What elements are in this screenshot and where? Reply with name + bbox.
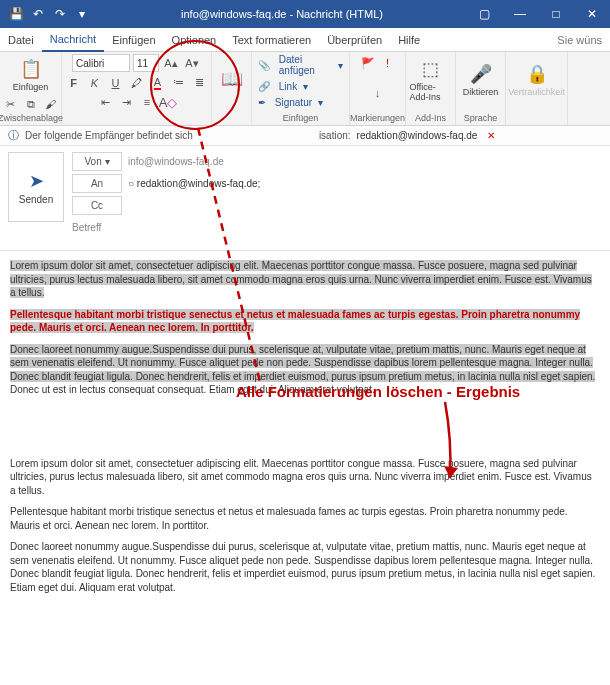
group-include: 📎 Datei anfügen ▾ 🔗 Link ▾ ✒ Signatur ▾ … bbox=[252, 52, 350, 125]
window-buttons: ▢ — □ ✕ bbox=[466, 0, 610, 28]
tab-nachricht[interactable]: Nachricht bbox=[42, 28, 104, 52]
from-value: info@windows-faq.de bbox=[128, 156, 602, 167]
annotation-text: Alle Formatierungen löschen - Ergebnis bbox=[236, 383, 520, 400]
group-basic-text: Calibri 11 A▴ A▾ F K U 🖍 A ≔ ≣ ⇤ ⇥ ≡ A◇ bbox=[62, 52, 212, 125]
tab-hilfe[interactable]: Hilfe bbox=[390, 28, 428, 51]
copy-icon[interactable]: ⧉ bbox=[22, 95, 40, 113]
tab-optionen[interactable]: Optionen bbox=[164, 28, 225, 51]
align-icon[interactable]: ≡ bbox=[138, 93, 156, 111]
format-painter-icon[interactable]: 🖌 bbox=[42, 95, 60, 113]
body-p5: Pellentesque habitant morbi tristique se… bbox=[10, 505, 600, 532]
font-name-combo[interactable]: Calibri bbox=[72, 54, 130, 72]
signature-button[interactable]: ✒ Signatur ▾ bbox=[258, 97, 323, 108]
low-importance-icon[interactable]: ↓ bbox=[369, 84, 387, 102]
group-clipboard-label: Zwischenablage bbox=[0, 113, 63, 123]
italic-icon[interactable]: K bbox=[86, 74, 104, 92]
numbering-icon[interactable]: ≣ bbox=[191, 74, 209, 92]
ribbon-tabs: Datei Nachricht Einfügen Optionen Text f… bbox=[0, 28, 610, 52]
font-color-icon[interactable]: A bbox=[149, 74, 167, 92]
quick-access-toolbar: 💾 ↶ ↷ ▾ bbox=[0, 4, 98, 24]
sensitivity-button: 🔒 Vertraulichkeit bbox=[516, 54, 558, 106]
to-field[interactable]: ○ redaktion@windows-faq.de; bbox=[128, 178, 602, 189]
decrease-indent-icon[interactable]: ⇤ bbox=[96, 93, 114, 111]
group-addins-label: Add-Ins bbox=[415, 113, 446, 123]
external-suffix: isation: bbox=[319, 130, 351, 141]
group-speech-label: Sprache bbox=[464, 113, 498, 123]
bold-icon[interactable]: F bbox=[65, 74, 83, 92]
info-icon: ⓘ bbox=[8, 128, 19, 143]
external-recipient-bar: ⓘ Der folgende Empfänger befindet sich i… bbox=[0, 126, 610, 146]
link-label: Link bbox=[279, 81, 297, 92]
highlight-icon[interactable]: 🖍 bbox=[128, 74, 146, 92]
undo-icon[interactable]: ↶ bbox=[28, 4, 48, 24]
group-addins: ⬚ Office-Add-Ins Add-Ins bbox=[406, 52, 456, 125]
underline-icon[interactable]: U bbox=[107, 74, 125, 92]
group-names: 📖 bbox=[212, 52, 252, 125]
message-body[interactable]: Lorem ipsum dolor sit amet, consectetuer… bbox=[0, 251, 610, 610]
subject-label: Betreff bbox=[72, 218, 122, 237]
group-sensitivity: 🔒 Vertraulichkeit bbox=[506, 52, 568, 125]
signature-icon: ✒ bbox=[258, 97, 266, 108]
minimize-icon[interactable]: — bbox=[502, 0, 538, 28]
qat-dropdown-icon[interactable]: ▾ bbox=[72, 4, 92, 24]
font-size-combo[interactable]: 11 bbox=[133, 54, 159, 72]
lock-icon: 🔒 bbox=[526, 63, 548, 85]
link-icon: 🔗 bbox=[258, 81, 270, 92]
compose-header: ➤ Senden Von ▾ info@windows-faq.de An ○ … bbox=[0, 146, 610, 251]
paste-label: Einfügen bbox=[13, 82, 49, 92]
group-include-label: Einfügen bbox=[283, 113, 319, 123]
sensitivity-label: Vertraulichkeit bbox=[508, 87, 565, 97]
increase-indent-icon[interactable]: ⇥ bbox=[117, 93, 135, 111]
tell-me[interactable]: Sie wüns bbox=[549, 28, 610, 51]
link-button[interactable]: 🔗 Link ▾ bbox=[258, 81, 308, 92]
paste-button[interactable]: 📋 Einfügen bbox=[10, 54, 52, 95]
body-p1-selected: Lorem ipsum dolor sit amet, consectetuer… bbox=[10, 260, 592, 298]
cc-button[interactable]: Cc bbox=[72, 196, 122, 215]
dictate-button[interactable]: 🎤 Diktieren bbox=[460, 54, 502, 106]
group-speech: 🎤 Diktieren Sprache bbox=[456, 52, 506, 125]
ribbon-options-icon[interactable]: ▢ bbox=[466, 0, 502, 28]
maximize-icon[interactable]: □ bbox=[538, 0, 574, 28]
cut-icon[interactable]: ✂ bbox=[2, 95, 20, 113]
group-tags-label: Markierungen bbox=[350, 113, 405, 123]
ribbon: 📋 Einfügen ✂ ⧉ 🖌 Zwischenablage Calibri … bbox=[0, 52, 610, 126]
follow-up-icon[interactable]: 🚩 bbox=[359, 54, 377, 72]
bullets-icon[interactable]: ≔ bbox=[170, 74, 188, 92]
clear-formatting-icon[interactable]: A◇ bbox=[159, 93, 177, 111]
send-label: Senden bbox=[19, 194, 53, 205]
high-importance-icon[interactable]: ! bbox=[379, 54, 397, 72]
body-p2-selected: Pellentesque habitant morbi tristique se… bbox=[10, 309, 580, 334]
tab-text-formatieren[interactable]: Text formatieren bbox=[224, 28, 319, 51]
remove-recipient-icon[interactable]: ✕ bbox=[487, 130, 495, 141]
grow-font-icon[interactable]: A▴ bbox=[162, 54, 180, 72]
office-addins-button[interactable]: ⬚ Office-Add-Ins bbox=[410, 54, 452, 106]
title-bar: 💾 ↶ ↷ ▾ info@windows-faq.de - Nachricht … bbox=[0, 0, 610, 28]
attach-label: Datei anfügen bbox=[279, 54, 332, 76]
send-button[interactable]: ➤ Senden bbox=[8, 152, 64, 222]
microphone-icon: 🎤 bbox=[470, 63, 492, 85]
dictate-label: Diktieren bbox=[463, 87, 499, 97]
paste-icon: 📋 bbox=[20, 58, 42, 80]
addins-label: Office-Add-Ins bbox=[410, 82, 452, 102]
shrink-font-icon[interactable]: A▾ bbox=[183, 54, 201, 72]
address-book-button[interactable]: 📖 bbox=[211, 54, 253, 106]
signature-label: Signatur bbox=[275, 97, 312, 108]
external-prefix: Der folgende Empfänger befindet sich bbox=[25, 130, 193, 141]
window-title: info@windows-faq.de - Nachricht (HTML) bbox=[98, 8, 466, 20]
save-icon[interactable]: 💾 bbox=[6, 4, 26, 24]
to-button[interactable]: An bbox=[72, 174, 122, 193]
tab-datei[interactable]: Datei bbox=[0, 28, 42, 51]
redo-icon[interactable]: ↷ bbox=[50, 4, 70, 24]
to-recipient[interactable]: redaktion@windows-faq.de; bbox=[137, 178, 261, 189]
close-window-icon[interactable]: ✕ bbox=[574, 0, 610, 28]
attach-file-button[interactable]: 📎 Datei anfügen ▾ bbox=[258, 54, 343, 76]
from-button[interactable]: Von ▾ bbox=[72, 152, 122, 171]
body-p3-selected: Donec laoreet nonummy augue.Suspendisse … bbox=[10, 344, 595, 382]
external-recipient: redaktion@windows-faq.de bbox=[357, 130, 478, 141]
tab-einfuegen[interactable]: Einfügen bbox=[104, 28, 163, 51]
group-clipboard: 📋 Einfügen ✂ ⧉ 🖌 Zwischenablage bbox=[0, 52, 62, 125]
send-icon: ➤ bbox=[29, 170, 44, 192]
tab-ueberpruefen[interactable]: Überprüfen bbox=[319, 28, 390, 51]
addins-icon: ⬚ bbox=[422, 58, 439, 80]
address-book-icon: 📖 bbox=[221, 68, 243, 90]
